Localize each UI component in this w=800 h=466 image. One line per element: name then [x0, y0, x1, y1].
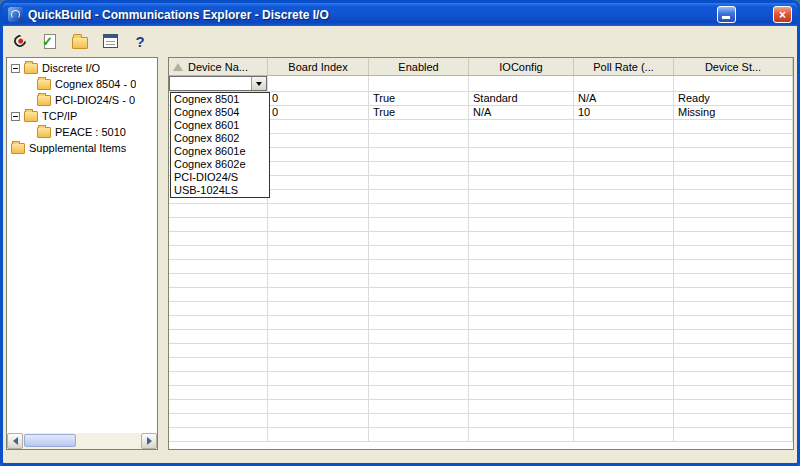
report-view-button[interactable]: [98, 29, 122, 53]
combo-dropdown-button[interactable]: [251, 77, 266, 90]
grid-cell[interactable]: [574, 316, 674, 329]
tree-item[interactable]: PCI-DIO24/S - 0: [7, 92, 157, 108]
column-header[interactable]: Board Index: [268, 58, 369, 75]
grid-cell[interactable]: [574, 204, 674, 217]
grid-cell[interactable]: [469, 176, 574, 189]
grid-cell[interactable]: [574, 260, 674, 273]
grid-cell[interactable]: [369, 120, 469, 133]
grid-cell[interactable]: True: [369, 92, 469, 105]
grid-row[interactable]: [169, 232, 793, 246]
dropdown-option[interactable]: USB-1024LS: [171, 184, 269, 197]
grid-cell[interactable]: [268, 134, 369, 147]
grid-cell[interactable]: [169, 260, 268, 273]
grid-row[interactable]: [169, 274, 793, 288]
grid-cell[interactable]: [469, 148, 574, 161]
column-header[interactable]: IOConfig: [469, 58, 574, 75]
grid-row[interactable]: [169, 386, 793, 400]
grid-cell[interactable]: [268, 428, 369, 441]
tree-collapse-icon[interactable]: [11, 112, 20, 121]
grid-cell[interactable]: [674, 372, 793, 385]
grid-cell[interactable]: [574, 218, 674, 231]
grid-cell[interactable]: [674, 232, 793, 245]
minimize-button[interactable]: [717, 6, 736, 23]
grid-cell[interactable]: [369, 176, 469, 189]
grid-cell[interactable]: [268, 120, 369, 133]
grid-cell[interactable]: [369, 344, 469, 357]
grid-cell[interactable]: [268, 232, 369, 245]
grid-cell[interactable]: [469, 120, 574, 133]
grid-cell[interactable]: [369, 76, 469, 91]
grid-cell[interactable]: [574, 162, 674, 175]
grid-cell[interactable]: [169, 386, 268, 399]
grid-cell[interactable]: [369, 302, 469, 315]
grid-cell[interactable]: [674, 288, 793, 301]
grid-cell[interactable]: [674, 428, 793, 441]
tree-item[interactable]: TCP/IP: [7, 108, 157, 124]
grid-cell[interactable]: [268, 330, 369, 343]
grid-cell[interactable]: [674, 176, 793, 189]
tree-horizontal-scrollbar[interactable]: [7, 433, 157, 449]
grid-cell[interactable]: [469, 414, 574, 427]
grid-cell[interactable]: [369, 274, 469, 287]
grid-cell[interactable]: [469, 134, 574, 147]
grid-cell[interactable]: [574, 344, 674, 357]
grid-cell[interactable]: [469, 246, 574, 259]
grid-cell[interactable]: [169, 372, 268, 385]
grid-cell[interactable]: [574, 246, 674, 259]
grid-cell[interactable]: [369, 148, 469, 161]
grid-cell[interactable]: [268, 176, 369, 189]
grid-cell[interactable]: [369, 134, 469, 147]
column-header[interactable]: Device St...: [674, 58, 793, 75]
grid-cell[interactable]: [574, 372, 674, 385]
grid-cell[interactable]: [268, 288, 369, 301]
grid-cell[interactable]: [169, 274, 268, 287]
grid-cell[interactable]: [574, 120, 674, 133]
dropdown-option[interactable]: Cognex 8602: [171, 132, 269, 145]
column-header[interactable]: Enabled: [369, 58, 469, 75]
grid-cell[interactable]: [469, 358, 574, 371]
grid-cell[interactable]: [268, 372, 369, 385]
grid-cell[interactable]: [469, 302, 574, 315]
scrollbar-thumb[interactable]: [24, 434, 76, 447]
scroll-right-button[interactable]: [141, 433, 157, 449]
grid-cell[interactable]: [268, 400, 369, 413]
tree-item[interactable]: Discrete I/O: [7, 60, 157, 76]
grid-cell[interactable]: [674, 400, 793, 413]
grid-cell[interactable]: [469, 288, 574, 301]
grid-cell[interactable]: [574, 302, 674, 315]
grid-cell[interactable]: Ready: [674, 92, 793, 105]
grid-cell[interactable]: [674, 162, 793, 175]
grid-cell[interactable]: [268, 246, 369, 259]
grid-cell[interactable]: [469, 204, 574, 217]
grid-row[interactable]: [169, 218, 793, 232]
scroll-left-button[interactable]: [7, 433, 23, 449]
grid-row[interactable]: [169, 428, 793, 442]
grid-cell[interactable]: [574, 176, 674, 189]
grid-cell[interactable]: [574, 148, 674, 161]
grid-cell[interactable]: [169, 302, 268, 315]
dropdown-option[interactable]: Cognex 8504: [171, 106, 269, 119]
title-bar[interactable]: QuickBuild - Communications Explorer - D…: [3, 3, 797, 26]
grid-cell[interactable]: [674, 274, 793, 287]
grid-cell[interactable]: [369, 400, 469, 413]
grid-cell[interactable]: [369, 372, 469, 385]
grid-row[interactable]: [169, 288, 793, 302]
grid-cell[interactable]: [469, 428, 574, 441]
grid-row[interactable]: [169, 358, 793, 372]
grid-row[interactable]: [169, 246, 793, 260]
grid-cell[interactable]: [369, 316, 469, 329]
grid-cell[interactable]: [169, 76, 268, 91]
grid-cell[interactable]: [169, 316, 268, 329]
grid-cell[interactable]: 0: [268, 92, 369, 105]
grid-cell[interactable]: [674, 302, 793, 315]
grid-row[interactable]: [169, 400, 793, 414]
scrollbar-track[interactable]: [23, 433, 141, 449]
grid-cell[interactable]: [268, 218, 369, 231]
grid-cell[interactable]: [674, 414, 793, 427]
grid-cell[interactable]: [369, 288, 469, 301]
grid-cell[interactable]: [369, 218, 469, 231]
grid-cell[interactable]: [469, 76, 574, 91]
grid-cell[interactable]: [574, 134, 674, 147]
grid-row[interactable]: [169, 204, 793, 218]
grid-editor-row[interactable]: [169, 76, 793, 92]
